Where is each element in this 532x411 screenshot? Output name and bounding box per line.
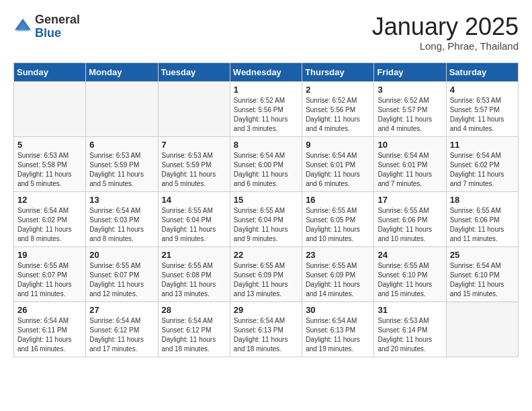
weekday-header-monday: Monday <box>86 62 158 81</box>
day-info: Sunrise: 6:55 AMSunset: 6:10 PMDaylight:… <box>378 261 442 299</box>
day-info: Sunrise: 6:55 AMSunset: 6:06 PMDaylight:… <box>450 206 515 244</box>
day-info: Sunrise: 6:55 AMSunset: 6:06 PMDaylight:… <box>378 206 442 244</box>
calendar-cell: 1Sunrise: 6:52 AMSunset: 5:56 PMDaylight… <box>230 81 302 136</box>
day-number: 23 <box>306 250 370 260</box>
logo-general-text: General <box>35 13 80 26</box>
day-info: Sunrise: 6:55 AMSunset: 6:04 PMDaylight:… <box>162 206 226 244</box>
day-info: Sunrise: 6:52 AMSunset: 5:56 PMDaylight:… <box>306 96 370 134</box>
day-info: Sunrise: 6:54 AMSunset: 6:12 PMDaylight:… <box>162 316 226 354</box>
calendar-cell: 23Sunrise: 6:55 AMSunset: 6:09 PMDayligh… <box>302 246 374 302</box>
calendar-cell: 13Sunrise: 6:54 AMSunset: 6:03 PMDayligh… <box>86 191 158 246</box>
day-info: Sunrise: 6:55 AMSunset: 6:08 PMDaylight:… <box>162 261 226 299</box>
calendar-cell: 17Sunrise: 6:55 AMSunset: 6:06 PMDayligh… <box>374 191 446 246</box>
calendar-cell: 22Sunrise: 6:55 AMSunset: 6:09 PMDayligh… <box>230 246 302 302</box>
title-block: January 2025 Long, Phrae, Thailand <box>372 13 519 52</box>
calendar-cell: 20Sunrise: 6:55 AMSunset: 6:07 PMDayligh… <box>86 246 158 302</box>
day-info: Sunrise: 6:54 AMSunset: 6:00 PMDaylight:… <box>234 151 298 189</box>
day-info: Sunrise: 6:55 AMSunset: 6:09 PMDaylight:… <box>234 261 298 299</box>
calendar-week-1: 1Sunrise: 6:52 AMSunset: 5:56 PMDaylight… <box>14 81 519 136</box>
day-info: Sunrise: 6:52 AMSunset: 5:56 PMDaylight:… <box>234 96 298 134</box>
calendar-week-4: 19Sunrise: 6:55 AMSunset: 6:07 PMDayligh… <box>14 246 519 302</box>
calendar-cell: 21Sunrise: 6:55 AMSunset: 6:08 PMDayligh… <box>158 246 230 302</box>
day-info: Sunrise: 6:55 AMSunset: 6:07 PMDaylight:… <box>89 261 154 299</box>
logo-blue-text: Blue <box>35 26 61 40</box>
day-number: 6 <box>89 140 154 150</box>
day-number: 29 <box>234 305 298 315</box>
weekday-header-tuesday: Tuesday <box>158 62 230 81</box>
day-number: 21 <box>162 250 226 260</box>
day-number: 28 <box>162 305 226 315</box>
day-info: Sunrise: 6:55 AMSunset: 6:09 PMDaylight:… <box>306 261 370 299</box>
calendar-cell: 14Sunrise: 6:55 AMSunset: 6:04 PMDayligh… <box>158 191 230 246</box>
calendar-cell: 11Sunrise: 6:54 AMSunset: 6:02 PMDayligh… <box>446 136 518 191</box>
day-number: 25 <box>450 250 515 260</box>
calendar-header: SundayMondayTuesdayWednesdayThursdayFrid… <box>14 62 519 81</box>
weekday-header-thursday: Thursday <box>302 62 374 81</box>
day-number: 14 <box>162 195 226 205</box>
logo-icon <box>13 17 32 36</box>
day-number: 8 <box>234 140 298 150</box>
day-number: 30 <box>306 305 370 315</box>
calendar-cell: 7Sunrise: 6:53 AMSunset: 5:59 PMDaylight… <box>158 136 230 191</box>
calendar-cell: 9Sunrise: 6:54 AMSunset: 6:01 PMDaylight… <box>302 136 374 191</box>
day-number: 27 <box>89 305 154 315</box>
calendar-cell <box>86 81 158 136</box>
day-number: 7 <box>162 140 226 150</box>
calendar-cell: 4Sunrise: 6:53 AMSunset: 5:57 PMDaylight… <box>446 81 518 136</box>
calendar-cell: 6Sunrise: 6:53 AMSunset: 5:59 PMDaylight… <box>86 136 158 191</box>
calendar-cell: 10Sunrise: 6:54 AMSunset: 6:01 PMDayligh… <box>374 136 446 191</box>
day-info: Sunrise: 6:55 AMSunset: 6:07 PMDaylight:… <box>17 261 82 299</box>
day-info: Sunrise: 6:55 AMSunset: 6:05 PMDaylight:… <box>306 206 370 244</box>
calendar-cell: 26Sunrise: 6:54 AMSunset: 6:11 PMDayligh… <box>14 302 86 357</box>
logo-text: General Blue <box>35 13 80 40</box>
calendar-week-5: 26Sunrise: 6:54 AMSunset: 6:11 PMDayligh… <box>14 302 519 357</box>
calendar-cell: 28Sunrise: 6:54 AMSunset: 6:12 PMDayligh… <box>158 302 230 357</box>
day-number: 19 <box>17 250 82 260</box>
calendar-cell <box>14 81 86 136</box>
calendar-cell: 18Sunrise: 6:55 AMSunset: 6:06 PMDayligh… <box>446 191 518 246</box>
day-info: Sunrise: 6:54 AMSunset: 6:03 PMDaylight:… <box>89 206 154 244</box>
day-info: Sunrise: 6:54 AMSunset: 6:10 PMDaylight:… <box>450 261 515 299</box>
calendar-cell <box>158 81 230 136</box>
day-number: 13 <box>89 195 154 205</box>
day-number: 16 <box>306 195 370 205</box>
day-number: 12 <box>17 195 82 205</box>
calendar-cell: 31Sunrise: 6:53 AMSunset: 6:14 PMDayligh… <box>374 302 446 357</box>
day-info: Sunrise: 6:54 AMSunset: 6:01 PMDaylight:… <box>378 151 442 189</box>
calendar-cell: 30Sunrise: 6:54 AMSunset: 6:13 PMDayligh… <box>302 302 374 357</box>
calendar-cell: 19Sunrise: 6:55 AMSunset: 6:07 PMDayligh… <box>14 246 86 302</box>
month-title: January 2025 <box>372 13 519 40</box>
calendar-cell: 5Sunrise: 6:53 AMSunset: 5:58 PMDaylight… <box>14 136 86 191</box>
calendar-table: SundayMondayTuesdayWednesdayThursdayFrid… <box>13 62 519 357</box>
calendar-cell: 15Sunrise: 6:55 AMSunset: 6:04 PMDayligh… <box>230 191 302 246</box>
day-number: 2 <box>306 85 370 95</box>
weekday-header-wednesday: Wednesday <box>230 62 302 81</box>
day-info: Sunrise: 6:53 AMSunset: 5:57 PMDaylight:… <box>450 96 515 134</box>
day-number: 24 <box>378 250 442 260</box>
day-number: 26 <box>17 305 82 315</box>
calendar-cell: 12Sunrise: 6:54 AMSunset: 6:02 PMDayligh… <box>14 191 86 246</box>
day-info: Sunrise: 6:53 AMSunset: 5:59 PMDaylight:… <box>162 151 226 189</box>
day-info: Sunrise: 6:54 AMSunset: 6:01 PMDaylight:… <box>306 151 370 189</box>
calendar-cell: 24Sunrise: 6:55 AMSunset: 6:10 PMDayligh… <box>374 246 446 302</box>
day-number: 11 <box>450 140 515 150</box>
day-info: Sunrise: 6:53 AMSunset: 6:14 PMDaylight:… <box>378 316 442 354</box>
day-number: 4 <box>450 85 515 95</box>
day-info: Sunrise: 6:54 AMSunset: 6:12 PMDaylight:… <box>89 316 154 354</box>
day-info: Sunrise: 6:54 AMSunset: 6:13 PMDaylight:… <box>306 316 370 354</box>
day-number: 10 <box>378 140 442 150</box>
day-number: 18 <box>450 195 515 205</box>
weekday-header-saturday: Saturday <box>446 62 518 81</box>
calendar-cell: 8Sunrise: 6:54 AMSunset: 6:00 PMDaylight… <box>230 136 302 191</box>
calendar-cell: 2Sunrise: 6:52 AMSunset: 5:56 PMDaylight… <box>302 81 374 136</box>
day-info: Sunrise: 6:54 AMSunset: 6:13 PMDaylight:… <box>234 316 298 354</box>
day-info: Sunrise: 6:55 AMSunset: 6:04 PMDaylight:… <box>234 206 298 244</box>
calendar-cell: 25Sunrise: 6:54 AMSunset: 6:10 PMDayligh… <box>446 246 518 302</box>
day-number: 3 <box>378 85 442 95</box>
day-number: 31 <box>378 305 442 315</box>
weekday-header-row: SundayMondayTuesdayWednesdayThursdayFrid… <box>14 62 519 81</box>
day-info: Sunrise: 6:54 AMSunset: 6:02 PMDaylight:… <box>17 206 82 244</box>
calendar-week-3: 12Sunrise: 6:54 AMSunset: 6:02 PMDayligh… <box>14 191 519 246</box>
weekday-header-sunday: Sunday <box>14 62 86 81</box>
day-info: Sunrise: 6:54 AMSunset: 6:02 PMDaylight:… <box>450 151 515 189</box>
